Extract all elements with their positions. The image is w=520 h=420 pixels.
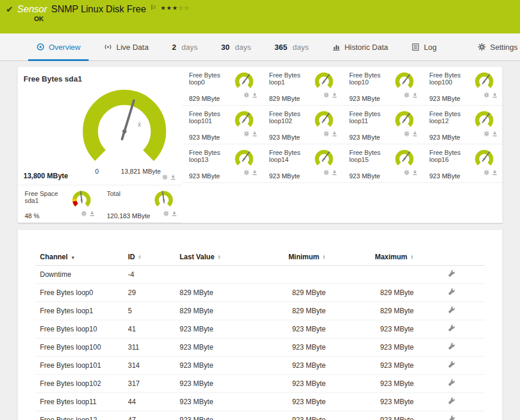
cell-id: 44 bbox=[123, 393, 175, 411]
cell-minimum: 923 MByte bbox=[263, 357, 330, 375]
table-row[interactable]: Free Bytes loop101 314 923 MByte 923 MBy… bbox=[35, 357, 485, 375]
gauge-settings-gear-icon[interactable] bbox=[81, 211, 87, 216]
gauge-download-icon[interactable] bbox=[252, 170, 258, 175]
gauge-download-icon[interactable] bbox=[171, 211, 177, 216]
channel-gauge-label: Free Bytes loop101 bbox=[189, 110, 231, 124]
gauge-download-icon[interactable] bbox=[412, 131, 418, 137]
table-row[interactable]: Free Bytes loop11 44 923 MByte 923 MByte… bbox=[35, 393, 485, 411]
channel-settings-wrench-icon[interactable] bbox=[448, 343, 455, 350]
gauge-settings-gear-icon[interactable] bbox=[244, 92, 249, 98]
gauge-download-icon[interactable] bbox=[332, 170, 337, 175]
column-header-actions bbox=[418, 249, 485, 266]
cell-last-value: 923 MByte bbox=[175, 357, 263, 375]
summary-gauge-cell-free-space[interactable]: Free Space sda1 48 % bbox=[18, 185, 100, 223]
tab-365-days[interactable]: 365 days bbox=[263, 33, 320, 60]
column-header-maximum[interactable]: Maximum▲▼ bbox=[330, 249, 418, 266]
gauge-download-icon[interactable] bbox=[412, 170, 418, 175]
content-area: Free Bytes sda1 x̄ 0 13,821 MByte 13,800… bbox=[0, 61, 520, 420]
channel-gauge-value: 923 MByte bbox=[349, 134, 391, 141]
cell-maximum: 923 MByte bbox=[330, 375, 418, 393]
channel-gauge-cell[interactable]: Free Bytes loop15 923 MByte bbox=[342, 144, 423, 183]
gauge-download-icon[interactable] bbox=[332, 131, 337, 137]
stars-filled[interactable]: ★★★ bbox=[161, 5, 178, 11]
tab-log[interactable]: Log bbox=[400, 33, 448, 60]
gauge-download-icon[interactable] bbox=[492, 92, 498, 98]
table-header-row: Channel▼ ID▲▼ Last Value▲▼ Minimum▲▼ Max… bbox=[35, 249, 485, 266]
channel-gauge-cell[interactable]: Free Bytes loop102 923 MByte bbox=[262, 106, 343, 144]
table-row[interactable]: Free Bytes loop1 5 829 MByte 829 MByte 8… bbox=[35, 302, 485, 320]
channel-settings-wrench-icon[interactable] bbox=[448, 324, 455, 332]
gauge-settings-gear-icon[interactable] bbox=[404, 170, 410, 175]
cell-last-value: 923 MByte bbox=[175, 393, 263, 411]
cell-id: -4 bbox=[123, 266, 175, 284]
main-gauge-cell[interactable]: Free Bytes sda1 x̄ 0 13,821 MByte 13,800… bbox=[18, 67, 182, 185]
channel-settings-wrench-icon[interactable] bbox=[448, 270, 455, 277]
channel-settings-wrench-icon[interactable] bbox=[448, 415, 455, 420]
sort-desc-icon: ▼ bbox=[70, 255, 75, 260]
channel-settings-wrench-icon[interactable] bbox=[448, 361, 455, 368]
gauge-settings-gear-icon[interactable] bbox=[484, 131, 489, 137]
table-row[interactable]: Free Bytes loop102 317 923 MByte 923 MBy… bbox=[35, 375, 485, 393]
gauge-download-icon[interactable] bbox=[170, 174, 176, 180]
tab-overview[interactable]: Overview bbox=[25, 33, 92, 60]
channel-settings-wrench-icon[interactable] bbox=[448, 306, 455, 314]
channel-gauge-cell[interactable]: Free Bytes loop0 829 MByte bbox=[182, 67, 262, 106]
table-row[interactable]: Free Bytes loop0 29 829 MByte 829 MByte … bbox=[35, 284, 485, 302]
stars-empty[interactable]: ☆☆ bbox=[178, 5, 190, 11]
mini-gauge bbox=[310, 149, 337, 169]
gauge-settings-gear-icon[interactable] bbox=[404, 131, 410, 137]
cell-last-value: 829 MByte bbox=[175, 284, 263, 302]
table-row[interactable]: Free Bytes loop12 47 923 MByte 923 MByte… bbox=[35, 411, 485, 420]
cell-channel: Free Bytes loop12 bbox=[35, 411, 123, 420]
tab-live-data[interactable]: Live Data bbox=[92, 33, 160, 60]
gauge-settings-gear-icon[interactable] bbox=[162, 174, 168, 180]
mean-marker: x̄ bbox=[138, 121, 141, 128]
gauge-settings-gear-icon[interactable] bbox=[163, 211, 169, 216]
gauge-settings-gear-icon[interactable] bbox=[323, 170, 329, 175]
gauge-settings-gear-icon[interactable] bbox=[404, 92, 410, 98]
channel-gauge-cell[interactable]: Free Bytes loop13 923 MByte bbox=[182, 144, 262, 183]
column-header-minimum[interactable]: Minimum▲▼ bbox=[263, 249, 330, 266]
column-header-channel[interactable]: Channel▼ bbox=[35, 249, 123, 266]
channel-gauge-cell[interactable]: Free Bytes loop101 923 MByte bbox=[182, 106, 262, 144]
gauge-settings-gear-icon[interactable] bbox=[484, 92, 489, 98]
summary-gauge-cell-total[interactable]: Total 120,183 MByte bbox=[100, 185, 182, 223]
gauge-download-icon[interactable] bbox=[492, 131, 498, 137]
channel-gauge-cell[interactable]: Free Bytes loop14 923 MByte bbox=[262, 144, 343, 183]
column-header-id[interactable]: ID▲▼ bbox=[123, 249, 175, 266]
table-row[interactable]: Free Bytes loop10 41 923 MByte 923 MByte… bbox=[35, 320, 485, 338]
channel-gauge-cell[interactable]: Free Bytes loop11 923 MByte bbox=[342, 106, 423, 144]
gauge-settings-gear-icon[interactable] bbox=[323, 92, 329, 98]
gauge-download-icon[interactable] bbox=[89, 211, 95, 216]
channel-gauge-cell[interactable]: Free Bytes loop10 923 MByte bbox=[342, 67, 423, 106]
channel-gauge-cell[interactable]: Free Bytes loop12 923 MByte bbox=[423, 106, 503, 144]
channel-gauge-value: 120,183 MByte bbox=[107, 212, 150, 219]
gauge-settings-gear-icon[interactable] bbox=[244, 170, 249, 175]
priority-flag-icon[interactable]: ⚐ bbox=[150, 4, 157, 12]
priority-rating[interactable]: ★★★☆☆ bbox=[161, 5, 190, 11]
gauge-download-icon[interactable] bbox=[252, 92, 258, 98]
tab-30-days[interactable]: 30 days bbox=[210, 33, 263, 60]
gauge-settings-gear-icon[interactable] bbox=[244, 131, 249, 137]
status-check-icon: ✔ bbox=[6, 4, 13, 15]
tab-label: Historic Data bbox=[345, 43, 388, 52]
tab-historic-data[interactable]: Historic Data bbox=[320, 33, 400, 60]
channel-gauge-cell[interactable]: Free Bytes loop100 923 MByte bbox=[423, 67, 503, 106]
gauge-settings-gear-icon[interactable] bbox=[323, 131, 329, 137]
tab-2-days[interactable]: 2 days bbox=[160, 33, 210, 60]
gauge-download-icon[interactable] bbox=[252, 131, 258, 137]
gauge-download-icon[interactable] bbox=[332, 92, 337, 98]
tab-settings[interactable]: Settings bbox=[466, 33, 520, 60]
channel-settings-wrench-icon[interactable] bbox=[448, 397, 455, 405]
gauge-download-icon[interactable] bbox=[412, 92, 418, 98]
historic-data-icon bbox=[332, 43, 340, 51]
column-header-last-value[interactable]: Last Value▲▼ bbox=[175, 249, 263, 266]
channel-gauge-cell[interactable]: Free Bytes loop16 923 MByte bbox=[423, 144, 503, 183]
gauge-settings-gear-icon[interactable] bbox=[484, 170, 489, 175]
gauge-download-icon[interactable] bbox=[492, 170, 498, 175]
channel-settings-wrench-icon[interactable] bbox=[448, 379, 455, 387]
table-row[interactable]: Free Bytes loop100 311 923 MByte 923 MBy… bbox=[35, 338, 485, 357]
channel-settings-wrench-icon[interactable] bbox=[448, 288, 455, 296]
channel-gauge-cell[interactable]: Free Bytes loop1 829 MByte bbox=[262, 67, 343, 106]
table-row[interactable]: Downtime -4 bbox=[35, 266, 485, 284]
